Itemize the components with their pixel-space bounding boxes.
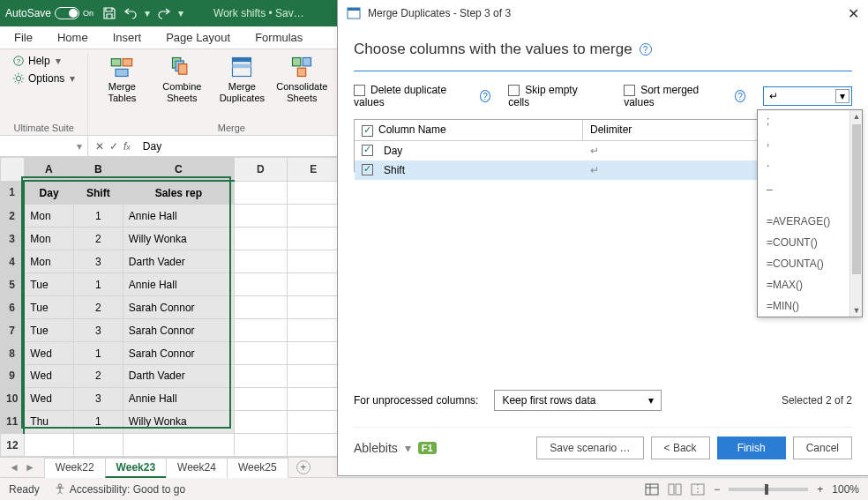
delimiter-combo[interactable]: ↵ ▾ (763, 86, 852, 106)
cell[interactable]: 3 (73, 387, 123, 410)
consolidate-sheets-button[interactable]: Consolidate Sheets (273, 53, 330, 105)
finish-button[interactable]: Finish (717, 437, 786, 459)
col-header-E[interactable]: E (287, 158, 340, 182)
add-sheet-button[interactable]: + (296, 460, 311, 474)
close-icon[interactable]: ✕ (848, 5, 859, 22)
save-scenario-button[interactable]: Save scenario … (536, 437, 643, 459)
zoom-level[interactable]: 100% (832, 483, 859, 496)
f1-badge[interactable]: F1 (418, 442, 437, 454)
merge-duplicates-button[interactable]: Merge Duplicates (213, 53, 270, 105)
opt-skip-empty[interactable]: Skip empty cells (508, 84, 588, 108)
cancel-button[interactable]: Cancel (793, 437, 852, 459)
view-normal-icon[interactable] (645, 483, 659, 496)
dropdown-item[interactable]: . (758, 153, 849, 174)
sheet-nav-next-icon[interactable]: ► (25, 461, 35, 474)
cell[interactable]: Thu (24, 410, 73, 433)
cell[interactable]: Mon (24, 250, 73, 273)
save-icon[interactable] (102, 6, 116, 20)
view-pagelayout-icon[interactable] (668, 483, 682, 496)
cell[interactable]: Darth Vader (123, 250, 234, 273)
cell[interactable]: Annie Hall (123, 205, 234, 228)
back-button[interactable]: < Back (651, 437, 710, 459)
help-icon[interactable]: ? (640, 43, 652, 56)
tab-insert[interactable]: Insert (111, 27, 144, 48)
zoom-in-button[interactable]: + (817, 483, 823, 496)
dropdown-item[interactable]: =MIN() (758, 295, 849, 317)
select-all-checkbox[interactable] (362, 125, 373, 137)
dropdown-item[interactable]: =COUNT() (758, 232, 849, 253)
tab-file[interactable]: File (12, 27, 34, 48)
opt-delete-duplicate[interactable]: Delete duplicate values (354, 84, 462, 108)
unprocessed-select[interactable]: Keep first rows data ▾ (494, 390, 662, 411)
dropdown-item[interactable]: =COUNTA() (758, 253, 849, 274)
cell[interactable]: 2 (73, 365, 123, 388)
zoom-slider[interactable] (729, 488, 808, 491)
cell[interactable]: 1 (73, 205, 123, 228)
fx-icon[interactable]: fx (123, 140, 131, 153)
cell-A1[interactable]: Day (24, 181, 73, 205)
sheet-tab[interactable]: Week23 (105, 458, 167, 478)
dropdown-scrollbar[interactable]: ▲▼ (849, 110, 862, 317)
sheet-tab[interactable]: Week22 (44, 458, 106, 478)
brand-label[interactable]: Ablebits (354, 441, 398, 455)
tab-formulas[interactable]: Formulas (253, 27, 304, 48)
dropdown-item[interactable]: ; (758, 110, 849, 131)
dropdown-item[interactable]: =MAX() (758, 274, 849, 295)
cell[interactable]: 2 (73, 228, 123, 250)
zoom-out-button[interactable]: − (714, 483, 720, 496)
cell-B1[interactable]: Shift (73, 181, 123, 205)
col-header-C[interactable]: C (123, 158, 234, 182)
cell[interactable]: 3 (73, 319, 123, 342)
cell[interactable]: 2 (73, 296, 123, 319)
cell[interactable]: Tue (24, 296, 73, 319)
options-button[interactable]: Options▾ (7, 71, 80, 86)
cell[interactable]: 1 (73, 273, 123, 296)
cell-C1[interactable]: Sales rep (123, 181, 234, 205)
dropdown-item[interactable]: _ (758, 174, 849, 195)
redo-icon[interactable] (157, 6, 171, 20)
autosave-toggle[interactable] (55, 7, 79, 19)
col-header-D[interactable]: D (234, 158, 287, 182)
col-header-A[interactable]: A (24, 158, 73, 182)
cell[interactable]: Mon (24, 228, 73, 250)
cell[interactable]: Annie Hall (123, 273, 234, 296)
delimiter-dropdown[interactable]: ;,._ =AVERAGE()=COUNT()=COUNTA()=MAX()=M… (757, 109, 863, 317)
tab-pagelayout[interactable]: Page Layout (164, 27, 232, 48)
cancel-formula-icon[interactable]: ✕ (95, 140, 104, 153)
dropdown-item[interactable]: =AVERAGE() (758, 211, 849, 232)
cell[interactable]: Willy Wonka (123, 228, 234, 250)
view-pagebreak-icon[interactable] (691, 483, 705, 496)
undo-icon[interactable] (123, 6, 138, 20)
chevron-down-icon[interactable]: ▾ (835, 89, 849, 103)
cell[interactable]: Tue (24, 319, 73, 342)
chevron-down-icon[interactable]: ▾ (405, 441, 411, 455)
merge-tables-button[interactable]: Merge Tables (94, 53, 150, 105)
enter-formula-icon[interactable]: ✓ (109, 140, 118, 153)
cell[interactable]: Sarah Connor (123, 296, 234, 319)
opt-sort-merged[interactable]: Sort merged values (624, 84, 717, 108)
sheet-tab[interactable]: Week25 (227, 458, 288, 478)
cell[interactable]: Darth Vader (123, 365, 234, 388)
sheet-nav-prev-icon[interactable]: ◄ (9, 461, 19, 474)
cell[interactable]: Sarah Connor (123, 342, 234, 365)
cell[interactable]: Annie Hall (123, 387, 234, 410)
help-icon[interactable]: ? (735, 90, 745, 102)
cell[interactable]: Willy Wonka (123, 410, 234, 433)
combine-sheets-button[interactable]: Combine Sheets (153, 53, 210, 105)
col-header-B[interactable]: B (73, 158, 123, 182)
dropdown-item[interactable]: , (758, 131, 849, 153)
help-icon[interactable]: ? (480, 90, 490, 102)
cell[interactable]: Wed (24, 365, 73, 388)
cell[interactable]: Wed (24, 342, 73, 365)
cell[interactable]: Tue (24, 273, 73, 296)
cell[interactable]: Mon (24, 205, 73, 228)
cell[interactable]: Wed (24, 387, 73, 410)
name-box[interactable]: ▾ (0, 136, 88, 156)
help-button[interactable]: ? Help▾ (7, 53, 80, 69)
cell[interactable]: 1 (73, 342, 123, 365)
cell[interactable]: 1 (73, 410, 123, 433)
cell[interactable]: 3 (73, 250, 123, 273)
tab-home[interactable]: Home (56, 27, 90, 48)
sheet-tab[interactable]: Week24 (166, 458, 228, 478)
chevron-down-icon[interactable]: ▾ (648, 394, 654, 407)
